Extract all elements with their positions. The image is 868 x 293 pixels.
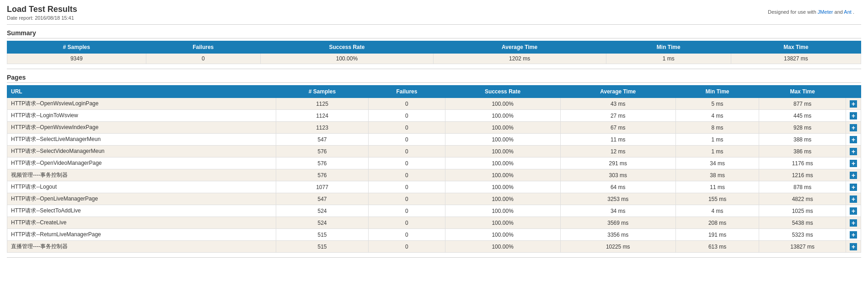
row-url: HTTP请求--OpenWsviewIndexPage <box>7 122 276 134</box>
summary-data-row: 9349 0 100.00% 1202 ms 1 ms 13827 ms <box>7 54 861 64</box>
row-failures: 0 <box>369 217 445 229</box>
row-min-time: 1 ms <box>675 134 759 146</box>
row-expand-cell: + <box>846 98 861 110</box>
summary-header-min-time: Min Time <box>606 41 731 54</box>
row-max-time: 5323 ms <box>759 229 846 241</box>
row-url: HTTP请求--Logout <box>7 181 276 193</box>
top-divider <box>7 24 861 25</box>
and-label: and <box>835 9 844 15</box>
row-min-time: 34 ms <box>675 157 759 169</box>
row-min-time: 11 ms <box>675 181 759 193</box>
row-max-time: 877 ms <box>759 98 846 110</box>
summary-min-time: 1 ms <box>606 54 731 64</box>
pages-header-url: URL <box>7 86 276 98</box>
row-expand-cell: + <box>846 122 861 134</box>
row-avg-time: 3569 ms <box>560 217 675 229</box>
row-samples: 576 <box>276 169 369 181</box>
row-failures: 0 <box>369 241 445 253</box>
row-expand-cell: + <box>846 134 861 146</box>
row-failures: 0 <box>369 229 445 241</box>
row-failures: 0 <box>369 98 445 110</box>
row-min-time: 208 ms <box>675 217 759 229</box>
expand-button[interactable]: + <box>850 148 857 155</box>
table-row: HTTP请求--ReturnLiveManagerPage5150100.00%… <box>7 229 861 241</box>
jmeter-link[interactable]: JMeter <box>818 9 833 15</box>
expand-button[interactable]: + <box>850 124 857 131</box>
row-max-time: 928 ms <box>759 122 846 134</box>
row-url: HTTP请求--SelectVideoManagerMeun <box>7 146 276 157</box>
expand-button[interactable]: + <box>850 231 857 239</box>
row-success-rate: 100.00% <box>445 169 560 181</box>
row-avg-time: 291 ms <box>560 157 675 169</box>
row-success-rate: 100.00% <box>445 146 560 157</box>
row-expand-cell: + <box>846 241 861 253</box>
row-success-rate: 100.00% <box>445 157 560 169</box>
ant-link[interactable]: Ant <box>844 9 852 15</box>
expand-button[interactable]: + <box>850 243 857 250</box>
expand-button[interactable]: + <box>850 195 857 203</box>
expand-button[interactable]: + <box>850 160 857 167</box>
row-url: HTTP请求--ReturnLiveManagerPage <box>7 229 276 241</box>
summary-max-time: 13827 ms <box>731 54 861 64</box>
row-min-time: 4 ms <box>675 205 759 217</box>
row-samples: 1124 <box>276 110 369 122</box>
pages-header-success-rate: Success Rate <box>445 86 560 98</box>
row-max-time: 878 ms <box>759 181 846 193</box>
expand-button[interactable]: + <box>850 184 857 191</box>
row-failures: 0 <box>369 157 445 169</box>
summary-section-title: Summary <box>7 29 861 38</box>
row-success-rate: 100.00% <box>445 181 560 193</box>
row-url: HTTP请求--OpenVideoManagerPage <box>7 157 276 169</box>
expand-button[interactable]: + <box>850 112 857 119</box>
row-max-time: 388 ms <box>759 134 846 146</box>
summary-header-samples: # Samples <box>7 41 146 54</box>
row-failures: 0 <box>369 134 445 146</box>
pages-header-samples: # Samples <box>276 86 369 98</box>
page-title: Load Test Results <box>7 5 861 14</box>
pages-header-min-time: Min Time <box>675 86 759 98</box>
table-row: 直播管理----事务控制器5150100.00%10225 ms613 ms13… <box>7 241 861 253</box>
row-max-time: 1025 ms <box>759 205 846 217</box>
summary-header-failures: Failures <box>146 41 261 54</box>
expand-button[interactable]: + <box>850 136 857 143</box>
row-max-time: 386 ms <box>759 146 846 157</box>
row-avg-time: 11 ms <box>560 134 675 146</box>
summary-table: # Samples Failures Success Rate Average … <box>7 41 861 64</box>
middle-divider <box>7 69 861 69</box>
row-avg-time: 64 ms <box>560 181 675 193</box>
row-expand-cell: + <box>846 157 861 169</box>
expand-button[interactable]: + <box>850 100 857 108</box>
pages-section-title: Pages <box>7 74 861 83</box>
row-failures: 0 <box>369 205 445 217</box>
row-success-rate: 100.00% <box>445 98 560 110</box>
summary-header-success-rate: Success Rate <box>261 41 434 54</box>
row-avg-time: 3356 ms <box>560 229 675 241</box>
table-row: HTTP请求--Logout10770100.00%64 ms11 ms878 … <box>7 181 861 193</box>
row-expand-cell: + <box>846 217 861 229</box>
row-min-time: 155 ms <box>675 193 759 205</box>
expand-button[interactable]: + <box>850 207 857 215</box>
row-expand-cell: + <box>846 193 861 205</box>
summary-failures: 0 <box>146 54 261 64</box>
row-samples: 547 <box>276 134 369 146</box>
pages-header-failures: Failures <box>369 86 445 98</box>
row-url: HTTP请求--OpenWsviewLoginPage <box>7 98 276 110</box>
table-row: HTTP请求--CreateLive5240100.00%3569 ms208 … <box>7 217 861 229</box>
bottom-divider <box>7 257 861 258</box>
row-expand-cell: + <box>846 110 861 122</box>
row-samples: 524 <box>276 205 369 217</box>
table-row: 视频管理----事务控制器5760100.00%303 ms38 ms1216 … <box>7 169 861 181</box>
row-samples: 576 <box>276 157 369 169</box>
row-min-time: 613 ms <box>675 241 759 253</box>
row-failures: 0 <box>369 110 445 122</box>
designed-for-label: Designed for use with <box>768 9 818 15</box>
expand-button[interactable]: + <box>850 219 857 227</box>
row-success-rate: 100.00% <box>445 122 560 134</box>
table-row: HTTP请求--SelectVideoManagerMeun5760100.00… <box>7 146 861 157</box>
row-expand-cell: + <box>846 181 861 193</box>
row-samples: 524 <box>276 217 369 229</box>
row-max-time: 13827 ms <box>759 241 846 253</box>
row-avg-time: 10225 ms <box>560 241 675 253</box>
expand-button[interactable]: + <box>850 172 857 179</box>
summary-header-avg-time: Average Time <box>433 41 606 54</box>
